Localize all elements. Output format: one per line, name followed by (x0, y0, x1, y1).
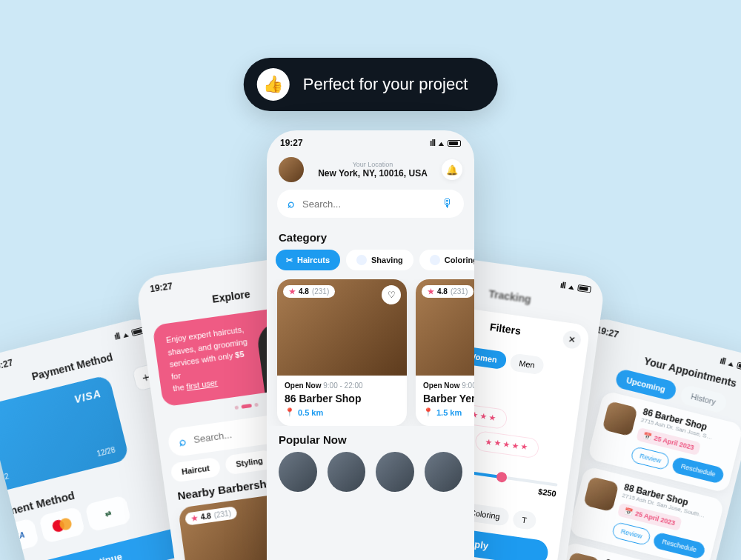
popular-avatar[interactable] (376, 452, 414, 492)
close-button[interactable]: ✕ (562, 330, 582, 350)
open-label: Open Now (423, 381, 459, 390)
category-coloring[interactable]: Coloring (419, 250, 474, 270)
category-shaving[interactable]: Shaving (346, 250, 413, 270)
rating-count: (231) (312, 287, 329, 296)
rating-count: (231) (213, 509, 232, 519)
calendar-icon: 📅 (642, 432, 652, 441)
category-heading: Category (267, 224, 474, 250)
popular-avatar[interactable] (425, 452, 463, 492)
rating-badge: ★ 4.8 (231) (185, 506, 238, 526)
review-button[interactable]: Review (611, 521, 652, 547)
rating-count: (231) (451, 287, 468, 296)
mastercard-icon (51, 517, 73, 533)
battery-icon (577, 284, 591, 292)
stars-5[interactable]: ★★★★★ (474, 430, 540, 459)
status-time: 19:27 (280, 138, 303, 148)
phone-home: 19:27 Your Location New York, NY, 10016,… (267, 130, 474, 560)
card-number: •••• 194722 (0, 472, 10, 489)
shop-thumb (565, 551, 600, 560)
shop-image: ★ 4.8 (231) (416, 279, 474, 376)
battery-icon (737, 361, 741, 371)
shop-card[interactable]: ★ 4.8 (231) ♡ Open Now 9:00 - 22:00 86 B… (277, 279, 407, 426)
search-icon: ⌕ (288, 197, 295, 210)
search-icon: ⌕ (178, 434, 187, 448)
wifi-icon (727, 357, 736, 369)
calendar-icon: 📅 (624, 507, 634, 516)
search-input[interactable] (302, 199, 434, 210)
popular-heading: Popular Now (267, 426, 474, 452)
shop-thumb (602, 400, 638, 436)
distance: 📍0.5 km (285, 407, 399, 417)
razor-icon (356, 255, 367, 265)
brush-icon (430, 255, 440, 265)
rating-badge: ★ 4.8 (231) (283, 285, 335, 298)
shop-image: ★ 4.8 (231) ♡ (277, 279, 407, 376)
thumbs-up-icon: 👍 (257, 68, 290, 101)
shop-name: Barber Yemeni (423, 393, 474, 404)
shop-name: 86 Barber Shop (285, 393, 399, 404)
status-time: 19:27 (149, 281, 173, 294)
rating-badge: ★ 4.8 (231) (422, 285, 473, 298)
hours-label: 9:00 - 22:00 (462, 381, 474, 390)
wifi-icon (438, 138, 445, 148)
pin-icon: 📍 (285, 407, 295, 417)
hero-text: Perfect for your project (303, 75, 468, 94)
rating-value: 4.8 (200, 512, 211, 521)
star-icon: ★ (289, 287, 296, 296)
status-bar: 19:27 (267, 130, 474, 151)
signal-icon (430, 138, 435, 148)
mic-icon[interactable]: 🎙 (442, 197, 453, 210)
review-button[interactable]: Review (630, 446, 671, 471)
explore-title-text: Explore (211, 288, 250, 305)
location-button[interactable]: Your Location New York, NY, 10016, USA (311, 161, 434, 179)
star-icon: ★ (428, 287, 434, 296)
hours-label: 9:00 - 22:00 (323, 381, 362, 390)
rating-value: 4.8 (299, 287, 309, 296)
hero-pill: 👍 Perfect for your project (244, 58, 498, 111)
category-haircuts[interactable]: ✂Haircuts (276, 250, 340, 270)
search-bar[interactable]: ⌕ 🎙 (277, 190, 464, 218)
shop-card[interactable]: ★ 4.8 (231) Open Now 9:00 - 22:00 Barber… (416, 279, 474, 426)
card-expiry: 12/28 (96, 446, 116, 459)
popular-avatar[interactable] (279, 452, 317, 492)
gender-men[interactable]: Men (509, 353, 545, 375)
open-label: Open Now (285, 381, 321, 390)
notifications-button[interactable]: 🔔 (442, 159, 462, 180)
pin-icon: 📍 (423, 407, 433, 417)
rating-value: 4.8 (437, 287, 448, 296)
signal-icon (559, 280, 566, 291)
distance: 📍1.5 km (423, 407, 474, 417)
location-value: New York, NY, 10016, USA (311, 168, 434, 179)
wifi-icon (121, 328, 130, 340)
wifi-icon (568, 281, 576, 292)
method-visa[interactable]: VISA (0, 518, 39, 555)
popular-avatar[interactable] (328, 452, 366, 492)
star-icon: ★ (190, 513, 198, 522)
favorite-button[interactable]: ♡ (382, 285, 401, 304)
shop-thumb (583, 476, 619, 511)
service-more[interactable]: T (512, 510, 537, 530)
battery-icon (448, 140, 461, 147)
user-avatar[interactable] (279, 157, 304, 182)
scissors-icon: ✂ (286, 256, 293, 265)
location-label: Your Location (311, 161, 434, 168)
